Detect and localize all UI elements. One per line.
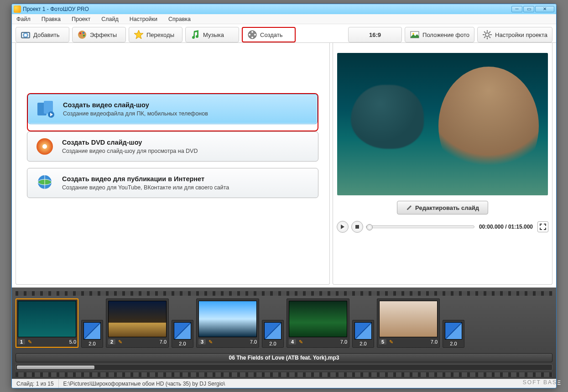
menu-help[interactable]: Справка [167,15,192,23]
maximize-button[interactable]: ▭ [523,6,534,12]
aspect-ratio-button[interactable]: 16:9 [348,27,402,42]
svg-point-11 [254,34,256,36]
svg-point-2 [24,34,27,37]
project-settings-button[interactable]: Настройки проекта [477,27,552,42]
slide-thumb [18,301,76,337]
transition-icon [354,322,372,340]
window-title: Проект 1 - ФотоШОУ PRO [23,6,89,12]
timeline-scrollbar[interactable] [16,364,552,371]
create-pane: Создать видео слайд-шоу Создание видеофа… [16,43,330,285]
slide-thumb [289,301,347,337]
transition-duration: 2.0 [269,341,276,346]
status-path: E:\Pictures\Широкоформатные обои HD (час… [59,379,556,388]
photo-position-label: Положение фото [422,31,469,38]
tab-music-label: Музыка [203,31,224,38]
pencil-icon[interactable]: ✎ [28,339,32,345]
star-icon [134,30,144,40]
menu-edit[interactable]: Правка [41,15,62,23]
play-button[interactable] [337,221,349,233]
timeline: 1✎5.0 2.0 2✎7.0 2.0 3✎7.0 2.0 4✎7.0 2.0 … [12,287,556,379]
svg-point-12 [251,37,253,38]
stop-button[interactable] [351,221,363,233]
titlebar[interactable]: Проект 1 - ФотоШОУ PRO ─ ▭ ✕ [12,4,556,14]
pencil-icon[interactable]: ✎ [299,339,303,345]
tab-create[interactable]: Создать [242,27,296,42]
slide-duration: 7.0 [340,339,347,345]
pencil-icon [406,204,412,211]
create-dvd-title: Создать DVD слайд-шоу [62,139,198,146]
close-button[interactable]: ✕ [535,6,554,12]
create-internet-video-card[interactable]: Создать видео для публикации в Интернет … [27,168,318,198]
edit-slide-button[interactable]: Редактировать слайд [397,201,488,214]
create-internet-title: Создать видео для публикации в Интернет [62,175,229,183]
timeline-slide-4[interactable]: 4✎7.0 [287,298,349,348]
transition-2[interactable]: 2.0 [172,320,193,348]
photo-icon [410,30,420,40]
transition-3[interactable]: 2.0 [262,320,284,348]
svg-point-5 [83,32,84,34]
create-video-title: Создать видео слайд-шоу [63,101,208,109]
slide-number: 1 [18,339,25,345]
timeline-slide-2[interactable]: 2✎7.0 [106,298,169,348]
slide-number: 4 [289,339,296,345]
watermark: SOFT BASE [523,379,562,386]
tab-effects-label: Эффекты [90,31,117,38]
app-icon [14,5,21,13]
fullscreen-button[interactable] [537,221,548,232]
preview-image [337,53,548,195]
playbar: 00:00.000 / 01:15.000 [337,221,548,233]
playback-slider[interactable] [366,225,474,228]
tab-transitions[interactable]: Переходы [129,27,182,42]
menu-slide[interactable]: Слайд [100,15,120,23]
main-area: Создать видео слайд-шоу Создание видеофа… [12,43,556,287]
gear-icon [482,30,492,40]
transition-4[interactable]: 2.0 [352,320,374,348]
transition-duration: 2.0 [450,341,457,346]
globe-icon [35,173,55,193]
transition-1[interactable]: 2.0 [81,320,103,348]
audio-track[interactable]: 06 The Fields of Love (ATB feat. York).m… [16,353,552,362]
filmstrip-icon [36,99,56,119]
transition-5[interactable]: 2.0 [443,320,464,348]
tab-music[interactable]: Музыка [185,27,239,42]
film-edge-bottom [16,372,552,377]
transition-duration: 2.0 [89,341,95,346]
svg-line-20 [484,31,485,33]
status-slide: Слайд: 1 из 15 [12,379,59,388]
menubar: Файл Правка Проект Слайд Настройки Справ… [12,14,556,24]
svg-rect-32 [355,225,359,229]
menu-project[interactable]: Проект [71,15,91,23]
transition-duration: 2.0 [360,341,366,346]
timeline-slide-1[interactable]: 1✎5.0 [16,298,78,348]
transition-icon [83,322,101,340]
svg-point-4 [79,32,81,34]
menu-file[interactable]: Файл [16,15,31,23]
slide-number: 5 [379,339,386,345]
tab-effects[interactable]: Эффекты [72,27,126,42]
timeline-slide-5[interactable]: 5✎7.0 [377,298,440,348]
camera-icon [21,30,31,40]
create-video-slideshow-card[interactable]: Создать видео слайд-шоу Создание видеофа… [28,94,318,124]
slide-duration: 7.0 [250,339,257,345]
slide-thumb [379,301,438,337]
scrollbar-thumb[interactable] [17,366,94,369]
minimize-button[interactable]: ─ [511,6,522,12]
svg-point-15 [485,33,489,37]
tab-add[interactable]: Добавить [16,27,69,42]
svg-point-6 [83,35,85,37]
photo-position-button[interactable]: Положение фото [405,27,474,42]
playback-handle[interactable] [366,224,373,230]
reel-icon [247,30,257,40]
pencil-icon[interactable]: ✎ [118,339,122,345]
project-settings-label: Настройки проекта [495,31,547,38]
tab-create-label: Создать [260,31,282,38]
pencil-icon[interactable]: ✎ [208,339,213,345]
music-icon [190,30,200,40]
menu-settings[interactable]: Настройки [129,15,158,23]
timeline-slide-3[interactable]: 3✎7.0 [196,298,259,348]
pencil-icon[interactable]: ✎ [389,339,393,345]
film-edge-top [16,291,552,296]
slide-thumb [108,301,167,337]
create-dvd-desc: Создание видео слайд-шоу для просмотра н… [62,148,198,154]
create-dvd-slideshow-card[interactable]: Создать DVD слайд-шоу Создание видео сла… [27,131,318,162]
